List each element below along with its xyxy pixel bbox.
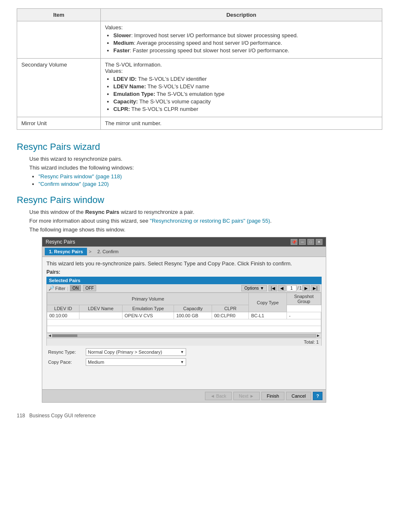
list-item: LDEV Name: The S-VOL's LDEV name (113, 83, 378, 90)
cell-clpr: 00:CLPR0 (212, 312, 249, 319)
scroll-left-arrow[interactable]: ◄ (48, 333, 52, 338)
link-bc-pairs[interactable]: "Resynchronizing or restoring BC pairs" … (150, 218, 270, 224)
window-footer: ◄ Back Next ► Finish Cancel ? (42, 389, 326, 402)
snapshot-group-header: SnapshotGroup (286, 293, 321, 305)
horizontal-scrollbar[interactable]: ◄ ► (46, 333, 322, 338)
window-mockup: Resync Pairs 📌 ─ □ ✕ 1. Resync Pairs > 2… (42, 237, 326, 403)
secondary-volume-list: LDEV ID: The S-VOL's LDEV identifier LDE… (113, 76, 378, 112)
scrollbar-track (52, 334, 316, 337)
page-footer-text: Business Copy GUI reference (29, 413, 96, 419)
col-ldev-id: LDEV ID (47, 305, 79, 312)
cell-snapshot-group: - (286, 312, 321, 319)
row-item-mirror: Mirror Unit (17, 117, 101, 130)
resync-type-label: Resync Type: (48, 350, 86, 355)
col-desc-header: Description (101, 9, 382, 21)
pairs-label: Pairs: (46, 269, 322, 275)
page-separator: / (297, 286, 299, 290)
wizard-tabs: 1. Resync Pairs > 2. Confirm (42, 247, 326, 257)
help-button[interactable]: ? (313, 392, 322, 400)
cancel-button[interactable]: Cancel (286, 392, 311, 400)
table-row-mirror-unit: Mirror Unit The mirror unit number. (17, 117, 382, 130)
finish-button[interactable]: Finish (261, 392, 284, 400)
table-row-empty2 (47, 326, 321, 333)
cell-ldev-id: 00:10:00 (47, 312, 79, 319)
next-button[interactable]: Next ► (233, 392, 260, 400)
cell-capacity: 100.00 GB (174, 312, 212, 319)
cell-ldev-name (79, 312, 122, 319)
resync-type-value: Normal Copy (Primary > Secondary) (88, 350, 162, 355)
close-button[interactable]: ✕ (316, 239, 322, 245)
list-item: CLPR: The S-VOL's CLPR number (113, 106, 378, 112)
copy-pace-value: Medium (88, 360, 104, 365)
selected-pairs-header: Selected Pairs (46, 277, 322, 284)
list-item: Slower: Improved host server I/O perform… (113, 32, 378, 39)
table-row-secondary-volume: Secondary Volume The S-VOL information. … (17, 59, 382, 117)
copy-pace-label: Copy Pace: (48, 360, 86, 365)
back-button[interactable]: ◄ Back (205, 392, 232, 400)
window-title: Resync Pairs (46, 239, 75, 245)
total-row: Total: 1 (46, 338, 322, 346)
page-footer: 118 Business Copy GUI reference (17, 413, 382, 419)
list-item: "Confirm window" (page 120) (38, 181, 382, 187)
pin-button[interactable]: 📌 (291, 239, 297, 245)
section1-links: "Resync Pairs window" (page 118) "Confir… (38, 173, 382, 187)
values-list: Slower: Improved host server I/O perform… (113, 32, 378, 54)
copy-pace-row: Copy Pace: Medium ▼ (48, 358, 320, 366)
filter-control: 🔎 Filter (49, 285, 65, 291)
filter-on-button[interactable]: ON (70, 285, 81, 291)
cell-copy-type: BC-L1 (249, 312, 286, 319)
scrollbar-thumb[interactable] (52, 334, 77, 337)
separator: | (67, 286, 68, 291)
scroll-right-arrow[interactable]: ► (316, 333, 320, 338)
section1-body: Use this wizard to resynchronize pairs. … (29, 156, 382, 187)
col-capacity: Capacdty (174, 305, 212, 312)
options-button[interactable]: Options ▼ (241, 285, 267, 291)
resync-type-select[interactable]: Normal Copy (Primary > Secondary) ▼ (86, 348, 186, 356)
tab-arrow: > (89, 249, 91, 254)
titlebar-controls: 📌 ─ □ ✕ (291, 239, 322, 245)
resync-type-row: Resync Type: Normal Copy (Primary > Seco… (48, 348, 320, 356)
list-item: Capacity: The S-VOL's volume capacity (113, 98, 378, 105)
row-desc: Values: Slower: Improved host server I/O… (101, 21, 382, 59)
row-desc-secondary: The S-VOL information. Values: LDEV ID: … (101, 59, 382, 117)
nav-prev-button[interactable]: ◀ (278, 285, 286, 291)
nav-first-button[interactable]: |◀ (269, 285, 277, 291)
row-item-secondary: Secondary Volume (17, 59, 101, 117)
tab-confirm[interactable]: 2. Confirm (93, 248, 123, 255)
table-row: Values: Slower: Improved host server I/O… (17, 21, 382, 59)
pagination-controls: |◀ ◀ / 1 ▶ ▶| (269, 285, 320, 291)
link-resync-pairs-window[interactable]: "Resync Pairs window" (page 118) (38, 173, 122, 180)
cell-emulation-type: OPEN-V CVS (122, 312, 174, 319)
content-spacer (46, 371, 322, 386)
section1-heading: Resync Pairs wizard (17, 141, 382, 152)
nav-last-button[interactable]: ▶| (311, 285, 320, 291)
restore-button[interactable]: □ (307, 239, 314, 245)
form-section: Resync Type: Normal Copy (Primary > Seco… (46, 346, 322, 371)
col-clpr: CLPR (212, 305, 249, 312)
link-confirm-window[interactable]: "Confirm window" (page 120) (38, 181, 109, 187)
row-desc-mirror: The mirror unit number. (101, 117, 382, 130)
col-emulation-type: Emulation Type (122, 305, 174, 312)
page-number: 118 (17, 413, 25, 419)
minimize-button[interactable]: ─ (299, 239, 306, 245)
nav-next-button[interactable]: ▶ (302, 285, 310, 291)
section2-para3: The following image shows this window. (29, 226, 382, 233)
pairs-table: Primary Volume Copy Type SnapshotGroup L… (47, 293, 321, 333)
filter-off-button[interactable]: OFF (83, 285, 96, 291)
window-titlebar: Resync Pairs 📌 ─ □ ✕ (42, 237, 326, 247)
list-item: LDEV ID: The S-VOL's LDEV identifier (113, 76, 378, 82)
section1-para2: This wizard includes the following windo… (29, 164, 382, 171)
section1-para1: Use this wizard to resynchronize pairs. (29, 156, 382, 162)
reference-table: Item Description Values: Slower: Improve… (17, 8, 382, 130)
section2-para2: For more information about using this wi… (29, 218, 382, 224)
primary-volume-group-header: Primary Volume (47, 293, 249, 305)
table-row-empty1 (47, 319, 321, 326)
col-copy-type: Copy Type (249, 293, 286, 312)
copy-pace-dropdown-arrow: ▼ (180, 360, 184, 364)
tab-resync-pairs[interactable]: 1. Resync Pairs (45, 248, 87, 255)
copy-pace-select[interactable]: Medium ▼ (86, 358, 186, 366)
filter-label: Filter (55, 286, 65, 291)
table-toolbar: 🔎 Filter | ON OFF Options ▼ |◀ ◀ / 1 ▶ ▶… (46, 284, 322, 293)
page-number-input[interactable] (286, 285, 297, 291)
section2-heading: Resync Pairs window (17, 195, 382, 206)
